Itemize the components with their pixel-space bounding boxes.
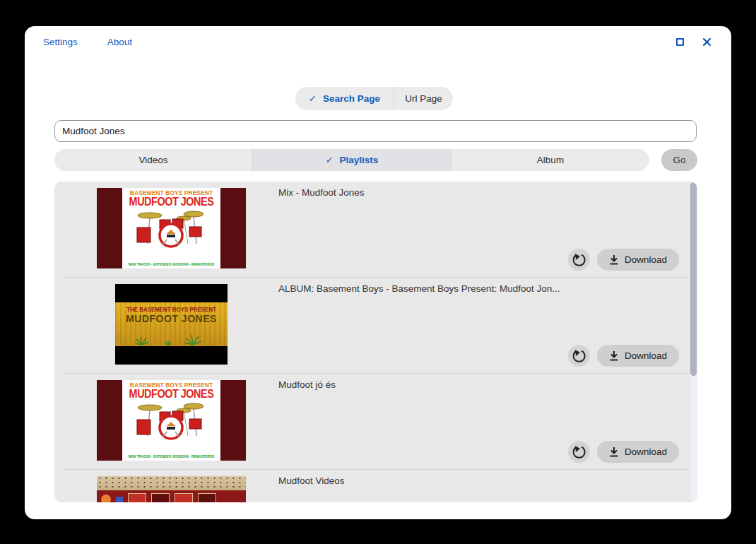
preview-button[interactable] xyxy=(568,249,590,271)
scrollbar-thumb[interactable] xyxy=(690,182,697,376)
check-icon: ✓ xyxy=(326,155,333,165)
menu-settings[interactable]: Settings xyxy=(43,37,78,47)
go-button[interactable]: Go xyxy=(661,149,697,171)
cover-title-text: MUDFOOT JONES xyxy=(127,196,215,208)
download-button[interactable]: Download xyxy=(597,345,679,367)
toggle-url-page[interactable]: Url Page xyxy=(394,87,453,110)
drum-kit-art xyxy=(129,208,215,248)
palm-leaves-art xyxy=(115,325,228,346)
menu-about[interactable]: About xyxy=(107,37,132,47)
preview-icon xyxy=(572,253,586,266)
result-thumbnail xyxy=(97,476,246,502)
toggle-url-page-label: Url Page xyxy=(405,93,442,104)
close-icon[interactable] xyxy=(702,37,711,47)
window-controls xyxy=(676,37,711,47)
drum-kit-art xyxy=(129,401,215,440)
cover-header-text: THE BASEMENT BOYS PRESENT xyxy=(119,306,224,313)
download-icon xyxy=(609,350,619,361)
download-button-label: Download xyxy=(625,350,667,361)
cover-footer-text: NEW TRACKS - EXTENDED VERSIONS - REMASTE… xyxy=(126,262,217,266)
result-title: Mix - Mudfoot Jones xyxy=(278,187,365,198)
app-window: Settings About ✓ Search Page Url Page Vi… xyxy=(25,26,731,519)
cover-title-text: MUDFOOT JONES xyxy=(127,389,215,400)
go-button-label: Go xyxy=(673,155,685,165)
download-button[interactable]: Download xyxy=(597,249,679,271)
result-title: Mudfoot Videos xyxy=(278,475,345,486)
preview-button[interactable] xyxy=(568,441,590,463)
result-title: ALBUM: Basement Boys - Basement Boys Pre… xyxy=(278,283,560,294)
tab-album-label: Album xyxy=(537,155,564,165)
result-type-tabs: Videos ✓ Playlists Album xyxy=(54,149,649,171)
preview-icon xyxy=(572,349,586,362)
result-row: Mudfoot Videos Download xyxy=(54,470,697,502)
menu-bar: Settings About xyxy=(43,37,132,47)
venue-ceiling-art xyxy=(97,476,246,490)
download-button-label: Download xyxy=(625,254,667,265)
result-thumbnail: BASEMENT BOYS PRESENT MUDFOOT JONES xyxy=(97,380,246,461)
check-icon: ✓ xyxy=(309,93,317,104)
page-mode-toggle: ✓ Search Page Url Page xyxy=(295,87,453,110)
tab-videos-label: Videos xyxy=(138,155,167,165)
search-input[interactable] xyxy=(54,120,697,142)
result-title: Mudfoot jó és xyxy=(278,379,336,390)
maximize-icon[interactable] xyxy=(676,38,684,46)
cover-footer-text: NEW TRACKS - EXTENDED VERSIONS - REMASTE… xyxy=(126,454,217,459)
tab-album[interactable]: Album xyxy=(451,149,649,171)
results-list: BASEMENT BOYS PRESENT MUDFOOT JONES xyxy=(54,182,697,502)
tab-videos[interactable]: Videos xyxy=(54,149,252,171)
result-row: BASEMENT BOYS PRESENT MUDFOOT JONES xyxy=(54,374,697,470)
result-thumbnail: BASEMENT BOYS PRESENT MUDFOOT JONES xyxy=(97,188,246,268)
download-icon xyxy=(609,447,619,457)
download-button[interactable]: Download xyxy=(597,441,679,463)
toggle-search-page[interactable]: ✓ Search Page xyxy=(295,87,394,110)
venue-posters-art xyxy=(97,490,246,502)
tab-playlists[interactable]: ✓ Playlists xyxy=(252,149,451,171)
result-row: BASEMENT BOYS PRESENT MUDFOOT JONES xyxy=(54,182,697,278)
download-button-label: Download xyxy=(625,447,667,457)
result-thumbnail: THE BASEMENT BOYS PRESENT MUDFOOT JONES xyxy=(115,284,228,365)
preview-button[interactable] xyxy=(568,345,590,367)
tab-playlists-label: Playlists xyxy=(340,155,379,165)
download-icon xyxy=(609,254,619,265)
scrollbar-track[interactable] xyxy=(690,182,697,502)
preview-icon xyxy=(572,445,586,459)
cover-title-text: MUDFOOT JONES xyxy=(115,313,228,324)
toggle-search-page-label: Search Page xyxy=(323,93,380,104)
result-row: THE BASEMENT BOYS PRESENT MUDFOOT JONES … xyxy=(54,278,697,374)
